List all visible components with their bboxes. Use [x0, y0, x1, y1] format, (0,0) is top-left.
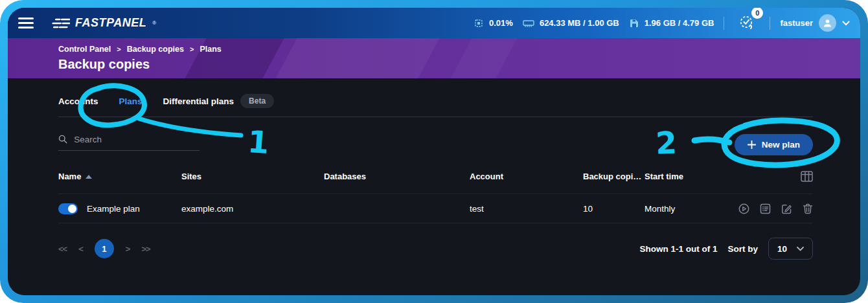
cpu-usage-stat: 0.01%	[474, 18, 513, 28]
pagination: << < 1 > >>	[58, 239, 150, 258]
person-icon	[823, 18, 832, 28]
pagination-prev-button[interactable]: <	[78, 244, 83, 254]
tab-accounts[interactable]: Accounts	[58, 96, 98, 106]
new-plan-label: New plan	[762, 140, 800, 150]
column-header-name[interactable]: Name	[58, 172, 181, 181]
sort-by-label: Sort by	[727, 244, 758, 254]
footer-right: Shown 1-1 out of 1 Sort by 10	[639, 238, 813, 260]
plan-sites: example.com	[181, 204, 324, 214]
plan-name-cell: Example plan	[58, 203, 181, 214]
column-header-databases[interactable]: Databases	[324, 172, 470, 181]
column-header-databases-label: Databases	[324, 172, 366, 181]
breadcrumb-control-panel[interactable]: Control Panel	[58, 45, 111, 54]
topbar-status-area: 0.01% 624.33 MB / 1.00 GB	[474, 13, 850, 33]
brand-name: FASTPANEL	[75, 16, 146, 30]
pagination-page-1[interactable]: 1	[95, 239, 114, 258]
column-header-account[interactable]: Account	[470, 172, 583, 181]
edit-plan-button[interactable]	[781, 203, 792, 214]
pagination-first-button[interactable]: <<	[58, 244, 67, 254]
plan-start-time: Monthly	[645, 204, 735, 214]
notifications-button[interactable]: 0	[738, 13, 756, 33]
delete-plan-button[interactable]	[803, 203, 813, 214]
sort-ascending-icon	[86, 175, 92, 179]
columns-icon	[801, 171, 813, 182]
plans-table: Name Sites Databases Account Backup copi…	[58, 171, 813, 223]
pagination-next-button[interactable]: >	[126, 244, 130, 254]
search-icon	[58, 134, 67, 144]
plus-icon	[748, 140, 756, 149]
fastpanel-logo-icon	[52, 17, 70, 29]
notifications-count-badge: 0	[751, 8, 763, 19]
column-header-sites[interactable]: Sites	[181, 172, 324, 181]
column-header-start-time-label: Start time	[645, 172, 683, 181]
user-menu[interactable]: fastuser	[780, 14, 850, 32]
window-frame: FASTPANEL® 0.01%	[0, 0, 868, 303]
app-window: FASTPANEL® 0.01%	[8, 8, 860, 295]
trash-icon	[803, 203, 813, 214]
top-bar: FASTPANEL® 0.01%	[8, 8, 860, 38]
hamburger-menu-button[interactable]	[18, 17, 34, 28]
backup-log-button[interactable]	[760, 203, 771, 214]
breadcrumb-separator: >	[117, 45, 120, 53]
row-actions	[735, 203, 813, 214]
main-content: Accounts Plans Differential plans Beta	[8, 78, 860, 295]
tab-plans[interactable]: Plans	[119, 96, 143, 106]
table-header-row: Name Sites Databases Account Backup copi…	[58, 171, 813, 194]
topbar-separator	[770, 17, 770, 30]
plan-name: Example plan	[87, 204, 140, 214]
pagination-last-button[interactable]: >>	[141, 244, 150, 254]
user-avatar	[819, 14, 836, 32]
tab-differential-plans[interactable]: Differential plans	[163, 96, 234, 106]
disk-usage-value: 1.96 GB / 4.79 GB	[645, 18, 714, 28]
username-label: fastuser	[780, 18, 813, 28]
disk-usage-stat: 1.96 GB / 4.79 GB	[629, 18, 714, 28]
tabs-divider	[58, 117, 813, 117]
search-input[interactable]	[74, 135, 200, 144]
list-icon	[760, 203, 771, 214]
cpu-usage-value: 0.01%	[489, 18, 513, 28]
column-header-start-time[interactable]: Start time	[645, 172, 735, 181]
shown-count-text: Shown 1-1 out of 1	[639, 244, 717, 254]
column-settings-button[interactable]	[735, 171, 813, 182]
edit-icon	[781, 203, 792, 214]
breadcrumb: Control Panel > Backup copies > Plans	[58, 45, 860, 54]
breadcrumb-plans: Plans	[200, 45, 221, 54]
chevron-down-icon	[842, 21, 850, 26]
tab-bar: Accounts Plans Differential plans Beta	[58, 78, 813, 108]
chevron-down-icon	[797, 247, 804, 251]
breadcrumb-backup-copies[interactable]: Backup copies	[127, 45, 184, 54]
plan-backup-copies: 10	[583, 204, 645, 214]
play-circle-icon	[738, 203, 749, 214]
ram-usage-value: 624.33 MB / 1.00 GB	[540, 18, 619, 28]
plan-account: test	[470, 204, 583, 214]
brand-logo[interactable]: FASTPANEL®	[52, 16, 156, 30]
disk-icon	[629, 18, 639, 28]
topbar-separator	[724, 17, 724, 30]
table-row: Example plan example.com test 10 Monthly	[58, 194, 813, 223]
registered-mark: ®	[152, 20, 156, 26]
page-header: Control Panel > Backup copies > Plans Ba…	[8, 38, 860, 78]
column-header-account-label: Account	[470, 172, 503, 181]
plan-enabled-toggle[interactable]	[58, 203, 78, 214]
table-footer: << < 1 > >> Shown 1-1 out of 1 Sort by 1…	[58, 238, 813, 260]
column-header-backup-copies-label: Backup copi…	[583, 172, 641, 181]
page-title: Backup copies	[58, 57, 860, 72]
page-size-value: 10	[777, 244, 787, 254]
ram-usage-stat: 624.33 MB / 1.00 GB	[523, 18, 619, 28]
search-box[interactable]	[58, 134, 200, 151]
breadcrumb-separator: >	[190, 45, 194, 53]
run-backup-button[interactable]	[738, 203, 749, 214]
beta-badge: Beta	[240, 94, 274, 108]
toolbar: New plan	[58, 134, 813, 155]
cpu-icon	[474, 18, 484, 28]
new-plan-button[interactable]: New plan	[735, 134, 813, 155]
column-header-name-label: Name	[58, 172, 81, 181]
ram-icon	[523, 19, 534, 28]
column-header-backup-copies[interactable]: Backup copi…	[583, 172, 645, 181]
column-header-sites-label: Sites	[181, 172, 201, 181]
page-size-select[interactable]: 10	[768, 238, 813, 260]
